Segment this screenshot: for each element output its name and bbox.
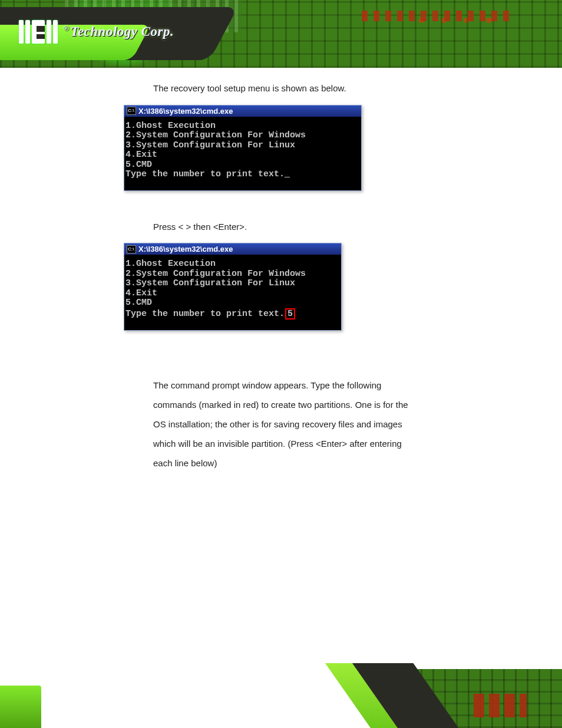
iei-icon bbox=[19, 20, 58, 44]
logo-swoosh: ®Technology Corp. bbox=[0, 0, 247, 68]
cmd2-titlebar: C:\ X:\I386\system32\cmd.exe bbox=[124, 243, 341, 255]
cursor-icon: _ bbox=[285, 169, 290, 179]
cmd-prompt-icon: C:\ bbox=[127, 245, 136, 253]
intro-paragraph-2: Press < > then <Enter>. bbox=[153, 220, 418, 234]
cmd1-body: 1.Ghost Execution 2.System Configuration… bbox=[124, 117, 361, 190]
brand-text: ®Technology Corp. bbox=[64, 24, 174, 39]
cmd1-title-text: X:\I386\system32\cmd.exe bbox=[138, 107, 233, 116]
cmd-prompt-icon: C:\ bbox=[127, 107, 136, 115]
cmd-screenshot-2: C:\ X:\I386\system32\cmd.exe 1.Ghost Exe… bbox=[124, 243, 342, 331]
intro-paragraph-1: The recovery tool setup menu is shown as… bbox=[153, 82, 418, 95]
registered-mark: ® bbox=[64, 24, 69, 32]
header-dots-decor bbox=[362, 11, 515, 21]
cmd-screenshot-1: C:\ X:\I386\system32\cmd.exe 1.Ghost Exe… bbox=[124, 105, 362, 191]
cmd2-title-text: X:\I386\system32\cmd.exe bbox=[138, 245, 233, 253]
cmd1-titlebar: C:\ X:\I386\system32\cmd.exe bbox=[124, 106, 361, 117]
page-footer bbox=[0, 663, 562, 728]
footer-chips-decor bbox=[474, 694, 527, 717]
brand-logo: ®Technology Corp. bbox=[19, 20, 174, 44]
page-header: ®Technology Corp. bbox=[0, 0, 562, 68]
highlighted-input-5: 5 bbox=[285, 308, 295, 319]
page-content: The recovery tool setup menu is shown as… bbox=[0, 68, 483, 473]
cmd2-body: 1.Ghost Execution 2.System Configuration… bbox=[124, 255, 341, 330]
intro-paragraph-3: The command prompt window appears. Type … bbox=[153, 375, 418, 473]
